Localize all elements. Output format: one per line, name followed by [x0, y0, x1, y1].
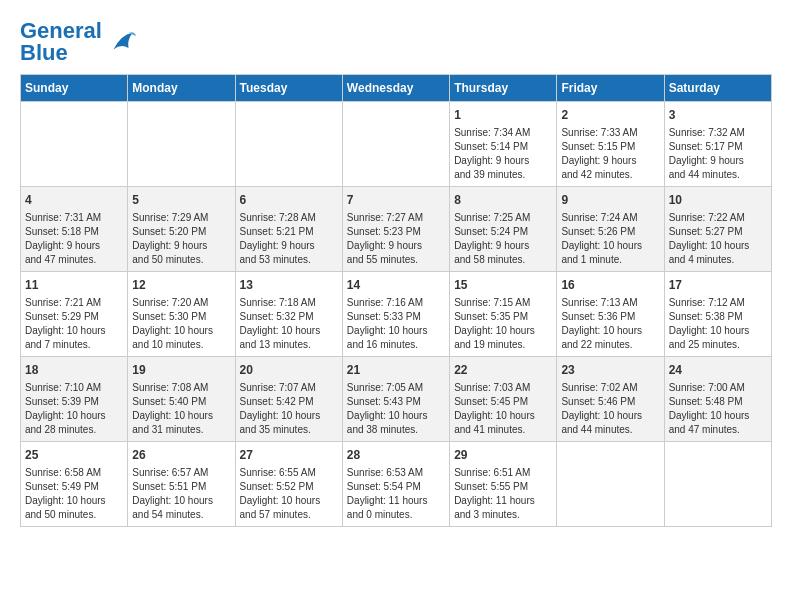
weekday-header-cell: Tuesday [235, 75, 342, 102]
day-number: 4 [25, 191, 123, 209]
weekday-header-row: SundayMondayTuesdayWednesdayThursdayFrid… [21, 75, 772, 102]
calendar-day-cell [557, 442, 664, 527]
day-number: 5 [132, 191, 230, 209]
calendar-day-cell [342, 102, 449, 187]
day-info: Sunrise: 7:18 AM Sunset: 5:32 PM Dayligh… [240, 296, 338, 352]
calendar-week-row: 4Sunrise: 7:31 AM Sunset: 5:18 PM Daylig… [21, 187, 772, 272]
day-info: Sunrise: 7:15 AM Sunset: 5:35 PM Dayligh… [454, 296, 552, 352]
weekday-header-cell: Saturday [664, 75, 771, 102]
day-info: Sunrise: 6:53 AM Sunset: 5:54 PM Dayligh… [347, 466, 445, 522]
calendar-day-cell: 3Sunrise: 7:32 AM Sunset: 5:17 PM Daylig… [664, 102, 771, 187]
day-info: Sunrise: 7:33 AM Sunset: 5:15 PM Dayligh… [561, 126, 659, 182]
day-info: Sunrise: 6:55 AM Sunset: 5:52 PM Dayligh… [240, 466, 338, 522]
day-number: 25 [25, 446, 123, 464]
day-number: 22 [454, 361, 552, 379]
calendar-day-cell: 26Sunrise: 6:57 AM Sunset: 5:51 PM Dayli… [128, 442, 235, 527]
day-info: Sunrise: 7:08 AM Sunset: 5:40 PM Dayligh… [132, 381, 230, 437]
calendar-day-cell: 12Sunrise: 7:20 AM Sunset: 5:30 PM Dayli… [128, 272, 235, 357]
day-number: 17 [669, 276, 767, 294]
day-number: 12 [132, 276, 230, 294]
calendar-day-cell: 29Sunrise: 6:51 AM Sunset: 5:55 PM Dayli… [450, 442, 557, 527]
day-info: Sunrise: 7:24 AM Sunset: 5:26 PM Dayligh… [561, 211, 659, 267]
calendar-day-cell: 25Sunrise: 6:58 AM Sunset: 5:49 PM Dayli… [21, 442, 128, 527]
day-info: Sunrise: 7:27 AM Sunset: 5:23 PM Dayligh… [347, 211, 445, 267]
page-header: General Blue [20, 20, 772, 64]
calendar-day-cell [128, 102, 235, 187]
weekday-header-cell: Friday [557, 75, 664, 102]
day-number: 2 [561, 106, 659, 124]
day-info: Sunrise: 6:51 AM Sunset: 5:55 PM Dayligh… [454, 466, 552, 522]
day-number: 24 [669, 361, 767, 379]
day-number: 19 [132, 361, 230, 379]
day-info: Sunrise: 6:57 AM Sunset: 5:51 PM Dayligh… [132, 466, 230, 522]
calendar-day-cell [235, 102, 342, 187]
day-number: 16 [561, 276, 659, 294]
day-number: 18 [25, 361, 123, 379]
calendar-day-cell: 20Sunrise: 7:07 AM Sunset: 5:42 PM Dayli… [235, 357, 342, 442]
calendar-day-cell: 1Sunrise: 7:34 AM Sunset: 5:14 PM Daylig… [450, 102, 557, 187]
day-info: Sunrise: 7:10 AM Sunset: 5:39 PM Dayligh… [25, 381, 123, 437]
day-info: Sunrise: 7:22 AM Sunset: 5:27 PM Dayligh… [669, 211, 767, 267]
calendar-body: 1Sunrise: 7:34 AM Sunset: 5:14 PM Daylig… [21, 102, 772, 527]
day-number: 9 [561, 191, 659, 209]
calendar-day-cell [21, 102, 128, 187]
calendar-day-cell: 4Sunrise: 7:31 AM Sunset: 5:18 PM Daylig… [21, 187, 128, 272]
calendar-day-cell: 24Sunrise: 7:00 AM Sunset: 5:48 PM Dayli… [664, 357, 771, 442]
weekday-header-cell: Wednesday [342, 75, 449, 102]
calendar-day-cell [664, 442, 771, 527]
day-info: Sunrise: 7:34 AM Sunset: 5:14 PM Dayligh… [454, 126, 552, 182]
calendar-day-cell: 7Sunrise: 7:27 AM Sunset: 5:23 PM Daylig… [342, 187, 449, 272]
calendar-day-cell: 5Sunrise: 7:29 AM Sunset: 5:20 PM Daylig… [128, 187, 235, 272]
calendar-day-cell: 28Sunrise: 6:53 AM Sunset: 5:54 PM Dayli… [342, 442, 449, 527]
day-info: Sunrise: 7:12 AM Sunset: 5:38 PM Dayligh… [669, 296, 767, 352]
weekday-header-cell: Thursday [450, 75, 557, 102]
day-number: 29 [454, 446, 552, 464]
day-number: 1 [454, 106, 552, 124]
day-number: 6 [240, 191, 338, 209]
logo-text: General Blue [20, 20, 102, 64]
day-info: Sunrise: 7:16 AM Sunset: 5:33 PM Dayligh… [347, 296, 445, 352]
day-info: Sunrise: 7:20 AM Sunset: 5:30 PM Dayligh… [132, 296, 230, 352]
day-info: Sunrise: 7:02 AM Sunset: 5:46 PM Dayligh… [561, 381, 659, 437]
calendar-day-cell: 15Sunrise: 7:15 AM Sunset: 5:35 PM Dayli… [450, 272, 557, 357]
calendar-day-cell: 11Sunrise: 7:21 AM Sunset: 5:29 PM Dayli… [21, 272, 128, 357]
calendar-day-cell: 16Sunrise: 7:13 AM Sunset: 5:36 PM Dayli… [557, 272, 664, 357]
day-info: Sunrise: 7:03 AM Sunset: 5:45 PM Dayligh… [454, 381, 552, 437]
calendar-day-cell: 6Sunrise: 7:28 AM Sunset: 5:21 PM Daylig… [235, 187, 342, 272]
calendar-day-cell: 2Sunrise: 7:33 AM Sunset: 5:15 PM Daylig… [557, 102, 664, 187]
day-number: 27 [240, 446, 338, 464]
weekday-header-cell: Sunday [21, 75, 128, 102]
calendar-week-row: 25Sunrise: 6:58 AM Sunset: 5:49 PM Dayli… [21, 442, 772, 527]
logo-blue: Blue [20, 40, 68, 65]
day-number: 3 [669, 106, 767, 124]
calendar-week-row: 18Sunrise: 7:10 AM Sunset: 5:39 PM Dayli… [21, 357, 772, 442]
day-info: Sunrise: 7:13 AM Sunset: 5:36 PM Dayligh… [561, 296, 659, 352]
day-number: 21 [347, 361, 445, 379]
calendar-day-cell: 27Sunrise: 6:55 AM Sunset: 5:52 PM Dayli… [235, 442, 342, 527]
calendar-week-row: 11Sunrise: 7:21 AM Sunset: 5:29 PM Dayli… [21, 272, 772, 357]
day-number: 23 [561, 361, 659, 379]
day-info: Sunrise: 7:07 AM Sunset: 5:42 PM Dayligh… [240, 381, 338, 437]
calendar-day-cell: 23Sunrise: 7:02 AM Sunset: 5:46 PM Dayli… [557, 357, 664, 442]
day-info: Sunrise: 7:05 AM Sunset: 5:43 PM Dayligh… [347, 381, 445, 437]
day-number: 11 [25, 276, 123, 294]
calendar-day-cell: 17Sunrise: 7:12 AM Sunset: 5:38 PM Dayli… [664, 272, 771, 357]
day-number: 8 [454, 191, 552, 209]
calendar-day-cell: 9Sunrise: 7:24 AM Sunset: 5:26 PM Daylig… [557, 187, 664, 272]
calendar-day-cell: 22Sunrise: 7:03 AM Sunset: 5:45 PM Dayli… [450, 357, 557, 442]
day-info: Sunrise: 7:29 AM Sunset: 5:20 PM Dayligh… [132, 211, 230, 267]
calendar-day-cell: 21Sunrise: 7:05 AM Sunset: 5:43 PM Dayli… [342, 357, 449, 442]
day-number: 13 [240, 276, 338, 294]
calendar-week-row: 1Sunrise: 7:34 AM Sunset: 5:14 PM Daylig… [21, 102, 772, 187]
day-number: 14 [347, 276, 445, 294]
day-info: Sunrise: 7:31 AM Sunset: 5:18 PM Dayligh… [25, 211, 123, 267]
day-number: 26 [132, 446, 230, 464]
day-number: 15 [454, 276, 552, 294]
weekday-header-cell: Monday [128, 75, 235, 102]
day-number: 7 [347, 191, 445, 209]
day-info: Sunrise: 6:58 AM Sunset: 5:49 PM Dayligh… [25, 466, 123, 522]
logo-bird-icon [106, 27, 136, 57]
day-info: Sunrise: 7:21 AM Sunset: 5:29 PM Dayligh… [25, 296, 123, 352]
day-info: Sunrise: 7:28 AM Sunset: 5:21 PM Dayligh… [240, 211, 338, 267]
logo: General Blue [20, 20, 136, 64]
